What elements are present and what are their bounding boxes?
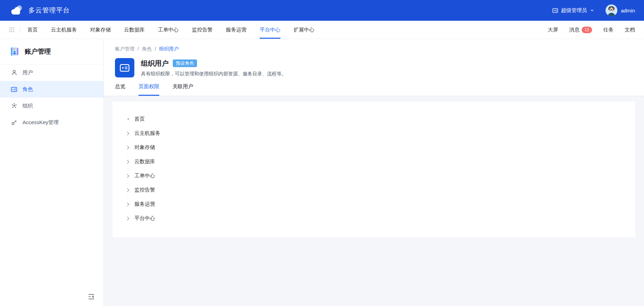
nav-link-messages[interactable]: 消息 12 (569, 27, 592, 33)
content-area: 账户管理 / 角色 / 组织用户 组织用户 (104, 39, 644, 306)
id-card-icon (11, 86, 17, 93)
key-icon (11, 119, 17, 126)
breadcrumb-current: 组织用户 (159, 46, 179, 52)
breadcrumb-account-mgmt[interactable]: 账户管理 (115, 46, 134, 52)
chevron-down-icon (590, 9, 594, 12)
nav-item-object-storage[interactable]: 对象存储 (90, 21, 111, 39)
content-header: 账户管理 / 角色 / 组织用户 组织用户 (104, 39, 644, 96)
role-id-card-icon (115, 58, 134, 77)
username: admin (621, 8, 635, 13)
sidebar-item-label: 组织 (23, 103, 33, 109)
app-title: 多云管理平台 (28, 6, 70, 15)
preset-role-badge: 预设角色 (173, 59, 197, 67)
tree-node-ticket-center[interactable]: 工单中心 (126, 169, 625, 183)
chevron-right-icon[interactable] (126, 188, 131, 193)
nav-item-monitor-alert[interactable]: 监控告警 (192, 21, 213, 39)
nav-item-cloud-host[interactable]: 云主机服务 (51, 21, 77, 39)
tree-node-monitor-alert[interactable]: 监控告警 (126, 183, 625, 197)
account-book-icon (10, 46, 20, 57)
tree-node-object-storage[interactable]: 对象存储 (126, 140, 625, 155)
tree-node-platform-center[interactable]: 平台中心 (126, 211, 625, 225)
user-menu[interactable]: admin (606, 4, 635, 16)
tab-linked-users[interactable]: 关联用户 (172, 83, 193, 96)
chevron-right-icon[interactable] (126, 202, 131, 207)
tree-node-cloud-host[interactable]: 云主机服务 (126, 126, 625, 140)
apps-grid-icon[interactable] (9, 27, 15, 33)
breadcrumb-roles[interactable]: 角色 (142, 46, 152, 52)
chevron-right-icon[interactable] (126, 174, 131, 178)
sidebar-item-accesskey[interactable]: AccessKey管理 (0, 114, 104, 131)
role-header: 组织用户 预设角色 具有组织权限，可以管理和使用组织内部资源、服务目录、流程等。 (115, 58, 633, 77)
role-switch-dropdown[interactable]: 超级管理员 (552, 7, 594, 14)
content-body: 首页 云主机服务 对象存储 (104, 96, 644, 306)
nav-divider (20, 27, 20, 33)
sidebar-title: 账户管理 (25, 47, 51, 56)
collapse-sidebar-icon[interactable] (88, 293, 95, 300)
org-network-icon (11, 103, 17, 109)
topbar: 多云管理平台 超级管理员 (0, 0, 644, 21)
sidebar-header: 账户管理 (0, 39, 104, 64)
chevron-right-icon[interactable] (126, 131, 131, 136)
tree-node-cloud-database[interactable]: 云数据库 (126, 155, 625, 169)
sidebar-item-label: AccessKey管理 (23, 119, 59, 126)
tab-page-permissions[interactable]: 页面权限 (138, 83, 159, 96)
nav-item-service-ops[interactable]: 服务运营 (226, 21, 247, 39)
id-badge-icon (552, 8, 558, 13)
nav-item-ticket-center[interactable]: 工单中心 (158, 21, 179, 39)
breadcrumb-separator: / (155, 46, 156, 52)
tree-node-home[interactable]: 首页 (126, 112, 625, 126)
sidebar: 账户管理 用户 角色 (0, 39, 104, 306)
nav-item-cloud-database[interactable]: 云数据库 (124, 21, 145, 39)
sidebar-item-users[interactable]: 用户 (0, 64, 104, 81)
nav-link-dashboard[interactable]: 大屏 (548, 27, 558, 33)
tab-overview[interactable]: 总览 (115, 83, 125, 96)
sidebar-item-label: 角色 (23, 86, 33, 93)
chevron-right-icon[interactable] (126, 216, 131, 221)
leaf-dot-icon (126, 117, 131, 122)
role-switch-label: 超级管理员 (561, 7, 587, 14)
nav-link-docs[interactable]: 文档 (625, 27, 635, 33)
breadcrumb-separator: / (137, 46, 139, 52)
main-navbar: 首页 云主机服务 对象存储 云数据库 工单中心 监控告警 服务运营 平台中心 扩… (0, 21, 644, 39)
nav-item-platform-center[interactable]: 平台中心 (260, 21, 280, 39)
role-tabs: 总览 页面权限 关联用户 (115, 83, 633, 96)
nav-item-extension-center[interactable]: 扩展中心 (294, 21, 314, 39)
avatar (606, 4, 617, 16)
chevron-right-icon[interactable] (126, 159, 131, 164)
user-icon (11, 69, 17, 76)
tree-node-service-ops[interactable]: 服务运营 (126, 197, 625, 211)
cloud-logo-icon (9, 3, 24, 18)
nav-item-home[interactable]: 首页 (27, 21, 38, 39)
permission-tree-card: 首页 云主机服务 对象存储 (113, 102, 635, 237)
sidebar-item-roles[interactable]: 角色 (0, 81, 104, 98)
nav-link-tasks[interactable]: 任务 (603, 27, 614, 33)
sidebar-item-label: 用户 (23, 69, 33, 76)
sidebar-item-organization[interactable]: 组织 (0, 98, 104, 114)
role-title: 组织用户 (141, 59, 169, 68)
role-description: 具有组织权限，可以管理和使用组织内部资源、服务目录、流程等。 (141, 71, 286, 77)
chevron-right-icon[interactable] (126, 145, 131, 150)
breadcrumb: 账户管理 / 角色 / 组织用户 (115, 46, 633, 52)
message-count-badge: 12 (582, 27, 592, 33)
